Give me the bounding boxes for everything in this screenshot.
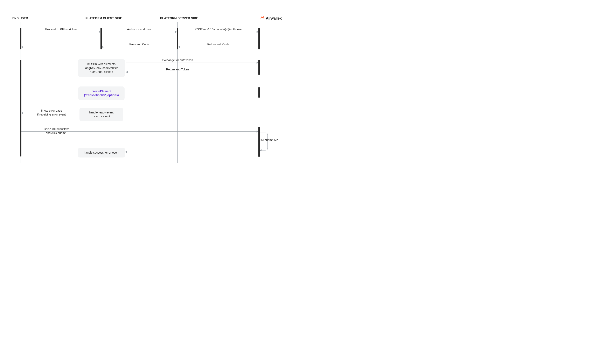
- note-handle-ready: handle ready eventor error event: [79, 108, 123, 121]
- lane-title-client-side: PLATFORM CLIENT SIDE: [85, 16, 122, 20]
- lane-title-end-user: END USER: [12, 16, 28, 20]
- msg-return-token: Return authToken: [166, 68, 189, 71]
- airwallex-logo-icon: [260, 16, 265, 21]
- brand: Airwallex: [260, 16, 282, 21]
- diagram-svg: [0, 0, 297, 182]
- activation-airwallex-3: [258, 87, 260, 98]
- activation-airwallex-2: [258, 60, 260, 75]
- note-init-sdk: init SDK with elements,langKey, env, cod…: [78, 59, 125, 77]
- activation-end-user-2: [20, 60, 21, 156]
- activation-client-1: [100, 28, 102, 49]
- activation-server-1: [177, 28, 178, 49]
- activation-end-user-1: [20, 28, 21, 49]
- msg-post-authorize: POST /api/v1/accounts/{id}/authorize: [195, 28, 242, 31]
- msg-pass-authcode: Pass authCode: [129, 43, 149, 46]
- activation-airwallex-4: [258, 127, 260, 157]
- lane-title-server-side: PLATFORM SERVER SIDE: [160, 16, 198, 20]
- msg-finish-workflow: Finish RFI workflowand click submit: [36, 127, 76, 135]
- msg-return-authcode: Return authCode: [207, 43, 229, 46]
- msg-authorize: Authorize end user: [127, 28, 151, 31]
- sequence-diagram: END USER PLATFORM CLIENT SIDE PLATFORM S…: [0, 0, 297, 182]
- note-handle-success: handle success, error event: [78, 148, 125, 157]
- activation-airwallex-1: [258, 28, 260, 49]
- msg-exchange-token: Exchange for authToken: [162, 58, 193, 62]
- note-create-element: createElement('transactionRfi', options): [78, 86, 124, 100]
- brand-name: Airwallex: [266, 16, 282, 21]
- msg-show-error: Show error pageif receiving error event: [32, 109, 71, 117]
- msg-proceed: Proceed to RFI workflow: [45, 28, 77, 31]
- msg-call-submit: Call submit API: [259, 138, 279, 142]
